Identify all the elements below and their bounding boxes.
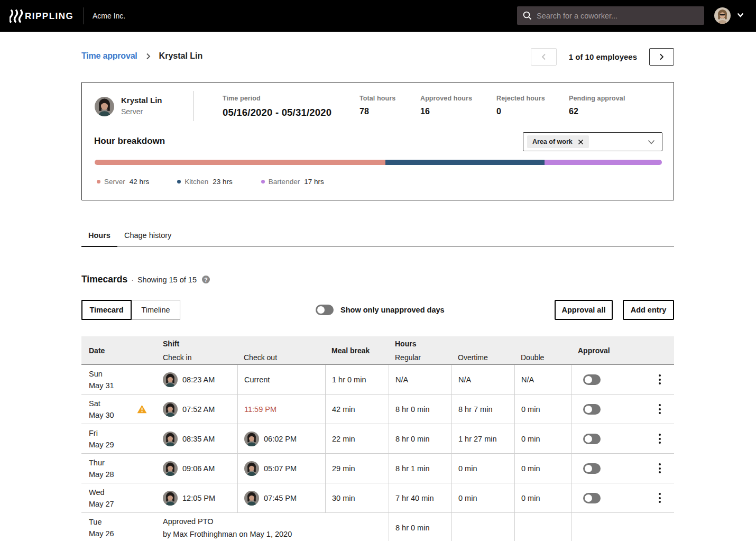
help-icon[interactable]: ? (202, 276, 210, 283)
checkin-time: 08:35 AM (182, 435, 215, 443)
cell-regular: 8 hr 0 min (389, 395, 451, 424)
area-of-work-chip: Area of work (527, 135, 589, 148)
next-employee-button[interactable] (649, 48, 674, 66)
checkin-avatar (163, 461, 178, 476)
timecard-row-thur: ThurMay 28 09:06 AM 05:07 PM29 min8 hr 1… (81, 454, 674, 483)
cell-approval (571, 424, 674, 453)
approval-all-button[interactable]: Approval all (555, 300, 613, 320)
cell-double: 0 min (514, 454, 571, 483)
cell-regular: 7 hr 40 min (389, 483, 451, 512)
cell-checkout: Current (237, 365, 325, 394)
company-name: Acme Inc. (93, 12, 125, 20)
legend-dot (97, 180, 100, 184)
cell-approval (571, 395, 674, 424)
cell-checkin: 08:35 AM (162, 424, 237, 453)
rippling-logo-icon[interactable] (10, 9, 24, 23)
row-menu-icon[interactable] (659, 492, 661, 504)
toggle-knob (585, 494, 592, 502)
warning-icon (137, 405, 147, 414)
breadcrumb-row: Time approval Krystal Lin 1 of 10 employ… (81, 48, 674, 66)
row-menu-icon[interactable] (659, 403, 661, 415)
view-switcher: TimecardTimeline (81, 300, 180, 320)
col-header-double: . Double (514, 336, 571, 364)
stat-label: Approved hours (420, 95, 472, 102)
cell-overtime: 0 min (451, 483, 514, 512)
date-text: FriMay 29 (89, 427, 114, 451)
stat-value: 05/16/2020 - 05/31/2020 (223, 107, 331, 118)
breadcrumb-link-time-approval[interactable]: Time approval (81, 51, 137, 61)
timecards-heading: Timecards · Showing 15 of 15 ? (81, 274, 210, 285)
date-text: ThurMay 28 (89, 457, 114, 480)
timecards-controls: TimecardTimeline Show only unapproved da… (81, 300, 674, 320)
prev-employee-button[interactable] (531, 48, 557, 66)
cell-date: ThurMay 28 (81, 454, 162, 483)
cell-checkout: 07:45 PM (237, 483, 325, 512)
legend-value: 23 hrs (213, 178, 233, 186)
col-header-date: Date (81, 336, 162, 364)
legend-item-kitchen: Kitchen23 hrs (177, 178, 233, 186)
timecard-row-fri: FriMay 29 08:35 AM 06:02 PM22 min8 hr 0 … (81, 424, 674, 454)
cell-date: TueMay 26 (81, 513, 162, 541)
approval-toggle[interactable] (583, 404, 601, 415)
brand-name[interactable]: RIPPLING (25, 11, 73, 22)
view-option-timecard[interactable]: Timecard (81, 300, 132, 320)
col-header-overtime: . Overtime (451, 336, 514, 364)
stat-period: Time period05/16/2020 - 05/31/2020 (223, 95, 331, 118)
page: RIPPLING Acme Inc. Search for a coworker… (0, 0, 756, 541)
date-text: TueMay 26 (89, 516, 114, 539)
approval-toggle[interactable] (583, 493, 601, 503)
checkin-avatar (163, 372, 178, 387)
tab-hours[interactable]: Hours (81, 230, 117, 247)
unapproved-toggle-label: Show only unapproved days (340, 306, 445, 314)
user-avatar[interactable] (714, 7, 731, 24)
area-of-work-dropdown[interactable]: Area of work (523, 132, 662, 151)
timecard-row-wed: WedMay 27 12:05 PM 07:45 PM30 min7 hr 40… (81, 483, 674, 513)
topbar: RIPPLING Acme Inc. Search for a coworker… (0, 0, 756, 32)
stat-label: Time period (223, 95, 331, 102)
cell-date: SunMay 31 (81, 365, 162, 394)
timecard-row-tue: TueMay 26Approved PTOby Max Frothinghman… (81, 513, 674, 541)
toggle-knob (585, 406, 592, 413)
remove-filter-icon[interactable] (578, 139, 584, 145)
pto-status: Approved PTO (163, 515, 389, 528)
row-menu-icon[interactable] (659, 433, 661, 445)
approval-toggle[interactable] (583, 374, 601, 385)
cell-date: FriMay 29 (81, 424, 162, 453)
approval-toggle[interactable] (583, 434, 601, 444)
tab-bar: HoursChage history (81, 230, 674, 247)
cell-double: 0 min (514, 395, 571, 424)
timecards-separator: · (131, 276, 134, 284)
col-header-approval: Approval (571, 336, 674, 364)
legend-item-server: Server42 hrs (97, 178, 149, 186)
hour-breakdown-title: Hour breakdown (94, 136, 165, 146)
stat-label: Pending approval (569, 95, 625, 102)
hour-breakdown-legend: Server42 hrsKitchen23 hrsBartender17 hrs (97, 178, 324, 186)
cell-checkin: 07:52 AM (162, 395, 237, 424)
unapproved-toggle[interactable] (316, 305, 334, 315)
row-menu-icon[interactable] (659, 373, 661, 386)
breadcrumb: Time approval Krystal Lin (81, 51, 202, 61)
add-entry-button[interactable]: Add entry (623, 300, 674, 320)
checkout-avatar (244, 491, 259, 506)
cell-overtime: 1 hr 27 min (451, 424, 514, 453)
legend-name: Kitchen (185, 178, 208, 186)
cell-regular: 8 hr 0 min (389, 424, 451, 453)
user-menu-chevron-icon[interactable] (737, 13, 744, 17)
pto-approver: by Max Frothinghman on May 1, 2020 (163, 528, 389, 540)
approval-toggle[interactable] (583, 463, 601, 474)
col-header-hours-regular: Hours Regular (389, 336, 451, 364)
unapproved-filter: Show only unapproved days (316, 305, 445, 315)
cell-approval (571, 365, 674, 394)
search-input[interactable]: Search for a coworker... (517, 6, 704, 25)
legend-value: 17 hrs (304, 178, 324, 186)
employee-role: Server (121, 107, 143, 116)
stat-value: 78 (359, 107, 395, 116)
stat-value: 16 (420, 107, 472, 116)
tab-chage-history[interactable]: Chage history (117, 230, 178, 247)
cell-checkout: 11:59 PM (237, 395, 325, 424)
cell-checkout: 05:07 PM (237, 454, 325, 483)
row-menu-icon[interactable] (659, 462, 661, 474)
view-option-timeline[interactable]: Timeline (132, 300, 180, 320)
cell-double (514, 513, 571, 541)
employee-avatar (95, 97, 114, 116)
